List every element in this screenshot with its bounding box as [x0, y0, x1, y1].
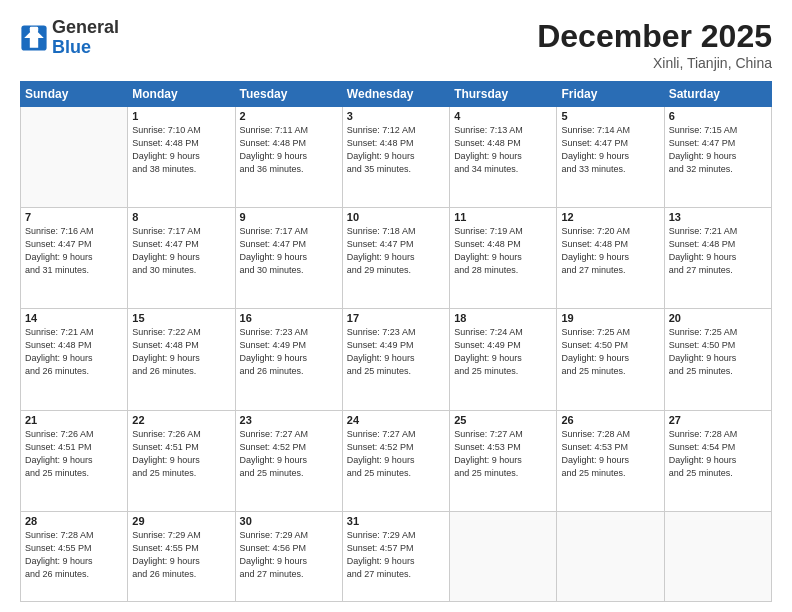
day-number: 14 — [25, 312, 123, 324]
svg-rect-2 — [30, 27, 38, 33]
calendar-cell: 7Sunrise: 7:16 AMSunset: 4:47 PMDaylight… — [21, 208, 128, 309]
day-number: 3 — [347, 110, 445, 122]
day-number: 2 — [240, 110, 338, 122]
logo-text: General Blue — [52, 18, 119, 58]
calendar-cell — [557, 511, 664, 601]
calendar-cell: 11Sunrise: 7:19 AMSunset: 4:48 PMDayligh… — [450, 208, 557, 309]
calendar-cell: 22Sunrise: 7:26 AMSunset: 4:51 PMDayligh… — [128, 410, 235, 511]
day-info: Sunrise: 7:20 AMSunset: 4:48 PMDaylight:… — [561, 225, 659, 277]
col-header-thursday: Thursday — [450, 82, 557, 107]
calendar-cell: 5Sunrise: 7:14 AMSunset: 4:47 PMDaylight… — [557, 107, 664, 208]
day-info: Sunrise: 7:28 AMSunset: 4:53 PMDaylight:… — [561, 428, 659, 480]
day-number: 29 — [132, 515, 230, 527]
calendar-cell: 3Sunrise: 7:12 AMSunset: 4:48 PMDaylight… — [342, 107, 449, 208]
day-number: 24 — [347, 414, 445, 426]
col-header-tuesday: Tuesday — [235, 82, 342, 107]
day-info: Sunrise: 7:11 AMSunset: 4:48 PMDaylight:… — [240, 124, 338, 176]
day-number: 18 — [454, 312, 552, 324]
day-number: 8 — [132, 211, 230, 223]
calendar-cell: 28Sunrise: 7:28 AMSunset: 4:55 PMDayligh… — [21, 511, 128, 601]
day-info: Sunrise: 7:23 AMSunset: 4:49 PMDaylight:… — [240, 326, 338, 378]
calendar-cell: 2Sunrise: 7:11 AMSunset: 4:48 PMDaylight… — [235, 107, 342, 208]
calendar-cell: 1Sunrise: 7:10 AMSunset: 4:48 PMDaylight… — [128, 107, 235, 208]
day-info: Sunrise: 7:17 AMSunset: 4:47 PMDaylight:… — [240, 225, 338, 277]
col-header-wednesday: Wednesday — [342, 82, 449, 107]
day-info: Sunrise: 7:21 AMSunset: 4:48 PMDaylight:… — [25, 326, 123, 378]
calendar-cell: 18Sunrise: 7:24 AMSunset: 4:49 PMDayligh… — [450, 309, 557, 410]
day-info: Sunrise: 7:27 AMSunset: 4:53 PMDaylight:… — [454, 428, 552, 480]
calendar-table: SundayMondayTuesdayWednesdayThursdayFrid… — [20, 81, 772, 602]
day-info: Sunrise: 7:13 AMSunset: 4:48 PMDaylight:… — [454, 124, 552, 176]
day-info: Sunrise: 7:29 AMSunset: 4:56 PMDaylight:… — [240, 529, 338, 581]
day-info: Sunrise: 7:26 AMSunset: 4:51 PMDaylight:… — [132, 428, 230, 480]
calendar-cell: 13Sunrise: 7:21 AMSunset: 4:48 PMDayligh… — [664, 208, 771, 309]
day-info: Sunrise: 7:17 AMSunset: 4:47 PMDaylight:… — [132, 225, 230, 277]
day-number: 13 — [669, 211, 767, 223]
day-info: Sunrise: 7:15 AMSunset: 4:47 PMDaylight:… — [669, 124, 767, 176]
calendar-cell: 12Sunrise: 7:20 AMSunset: 4:48 PMDayligh… — [557, 208, 664, 309]
calendar-cell: 17Sunrise: 7:23 AMSunset: 4:49 PMDayligh… — [342, 309, 449, 410]
page: General Blue December 2025 Xinli, Tianji… — [0, 0, 792, 612]
calendar-cell: 6Sunrise: 7:15 AMSunset: 4:47 PMDaylight… — [664, 107, 771, 208]
day-info: Sunrise: 7:25 AMSunset: 4:50 PMDaylight:… — [561, 326, 659, 378]
calendar-cell: 30Sunrise: 7:29 AMSunset: 4:56 PMDayligh… — [235, 511, 342, 601]
day-number: 11 — [454, 211, 552, 223]
calendar-cell: 8Sunrise: 7:17 AMSunset: 4:47 PMDaylight… — [128, 208, 235, 309]
calendar-cell: 27Sunrise: 7:28 AMSunset: 4:54 PMDayligh… — [664, 410, 771, 511]
calendar-cell — [450, 511, 557, 601]
header: General Blue December 2025 Xinli, Tianji… — [20, 18, 772, 71]
day-info: Sunrise: 7:28 AMSunset: 4:55 PMDaylight:… — [25, 529, 123, 581]
day-info: Sunrise: 7:27 AMSunset: 4:52 PMDaylight:… — [240, 428, 338, 480]
col-header-saturday: Saturday — [664, 82, 771, 107]
calendar-cell — [21, 107, 128, 208]
day-number: 7 — [25, 211, 123, 223]
day-number: 31 — [347, 515, 445, 527]
day-number: 4 — [454, 110, 552, 122]
day-info: Sunrise: 7:22 AMSunset: 4:48 PMDaylight:… — [132, 326, 230, 378]
calendar-cell: 9Sunrise: 7:17 AMSunset: 4:47 PMDaylight… — [235, 208, 342, 309]
day-number: 30 — [240, 515, 338, 527]
calendar-cell: 31Sunrise: 7:29 AMSunset: 4:57 PMDayligh… — [342, 511, 449, 601]
week-row-3: 14Sunrise: 7:21 AMSunset: 4:48 PMDayligh… — [21, 309, 772, 410]
day-number: 28 — [25, 515, 123, 527]
day-number: 10 — [347, 211, 445, 223]
day-number: 12 — [561, 211, 659, 223]
day-info: Sunrise: 7:28 AMSunset: 4:54 PMDaylight:… — [669, 428, 767, 480]
day-info: Sunrise: 7:29 AMSunset: 4:57 PMDaylight:… — [347, 529, 445, 581]
day-number: 19 — [561, 312, 659, 324]
day-info: Sunrise: 7:10 AMSunset: 4:48 PMDaylight:… — [132, 124, 230, 176]
col-header-sunday: Sunday — [21, 82, 128, 107]
calendar-cell — [664, 511, 771, 601]
day-number: 22 — [132, 414, 230, 426]
day-info: Sunrise: 7:14 AMSunset: 4:47 PMDaylight:… — [561, 124, 659, 176]
day-info: Sunrise: 7:12 AMSunset: 4:48 PMDaylight:… — [347, 124, 445, 176]
day-number: 20 — [669, 312, 767, 324]
col-header-friday: Friday — [557, 82, 664, 107]
day-info: Sunrise: 7:16 AMSunset: 4:47 PMDaylight:… — [25, 225, 123, 277]
day-number: 21 — [25, 414, 123, 426]
day-number: 26 — [561, 414, 659, 426]
logo-blue-text: Blue — [52, 38, 119, 58]
calendar-cell: 19Sunrise: 7:25 AMSunset: 4:50 PMDayligh… — [557, 309, 664, 410]
day-number: 27 — [669, 414, 767, 426]
calendar-cell: 23Sunrise: 7:27 AMSunset: 4:52 PMDayligh… — [235, 410, 342, 511]
col-header-monday: Monday — [128, 82, 235, 107]
week-row-2: 7Sunrise: 7:16 AMSunset: 4:47 PMDaylight… — [21, 208, 772, 309]
day-number: 5 — [561, 110, 659, 122]
day-info: Sunrise: 7:24 AMSunset: 4:49 PMDaylight:… — [454, 326, 552, 378]
day-info: Sunrise: 7:23 AMSunset: 4:49 PMDaylight:… — [347, 326, 445, 378]
day-number: 9 — [240, 211, 338, 223]
calendar-cell: 14Sunrise: 7:21 AMSunset: 4:48 PMDayligh… — [21, 309, 128, 410]
day-info: Sunrise: 7:26 AMSunset: 4:51 PMDaylight:… — [25, 428, 123, 480]
logo-general-text: General — [52, 18, 119, 38]
day-info: Sunrise: 7:18 AMSunset: 4:47 PMDaylight:… — [347, 225, 445, 277]
week-row-1: 1Sunrise: 7:10 AMSunset: 4:48 PMDaylight… — [21, 107, 772, 208]
day-number: 16 — [240, 312, 338, 324]
calendar-cell: 24Sunrise: 7:27 AMSunset: 4:52 PMDayligh… — [342, 410, 449, 511]
calendar-header-row: SundayMondayTuesdayWednesdayThursdayFrid… — [21, 82, 772, 107]
logo-icon — [20, 24, 48, 52]
month-title: December 2025 — [537, 18, 772, 55]
day-number: 15 — [132, 312, 230, 324]
calendar-cell: 25Sunrise: 7:27 AMSunset: 4:53 PMDayligh… — [450, 410, 557, 511]
calendar-cell: 21Sunrise: 7:26 AMSunset: 4:51 PMDayligh… — [21, 410, 128, 511]
